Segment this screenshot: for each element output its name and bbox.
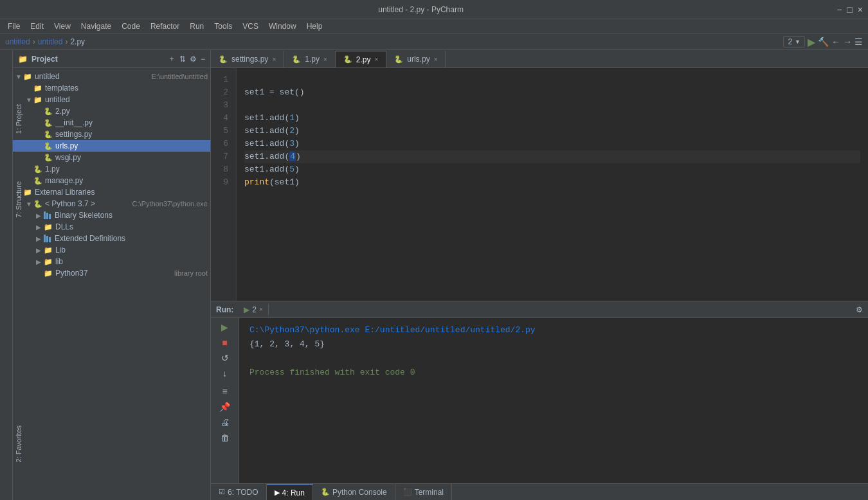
tree-item-name: Lib [55,246,208,254]
tree-item-ext-libs[interactable]: ▼📁External Libraries [13,186,210,198]
maximize-button[interactable]: □ [847,4,852,15]
tree-item-untitled-root[interactable]: ▼📁untitledE:\untitled\untitled [13,71,210,82]
tree-item-name: Binary Skeletons [55,211,208,220]
svg-rect-2 [49,214,51,219]
tree-item-name: urls.py [55,141,208,150]
breadcrumb-part-3[interactable]: 2.py [70,37,85,46]
run-number-dropdown[interactable]: 2 ▼ [783,36,805,48]
tree-item-2py[interactable]: 🐍2.py [13,105,210,117]
tree-item-lib-lower[interactable]: ▶📁lib [13,256,210,267]
run-output: C:\Python37\python.exe E:/untitled/untit… [239,318,868,483]
tree-arrow: ▶ [36,212,44,219]
menu-item-view[interactable]: View [49,21,76,32]
minimize-button[interactable]: − [836,4,842,15]
settings-gear-icon[interactable]: ⚙ [190,55,197,64]
run-tab[interactable]: ▶ 2 × [239,304,269,316]
menu-item-vcs[interactable]: VCS [237,21,264,32]
title-bar-text: untitled - 2.py - PyCharm [5,5,836,14]
build-icon[interactable]: 🔨 [818,37,829,47]
run-rerun-btn[interactable]: ↺ [219,352,231,364]
bottom-tab-run[interactable]: ▶ 4: Run [267,484,313,501]
tree-arrow: ▼ [26,96,33,103]
bottom-tab-python-console[interactable]: 🐍 Python Console [313,484,395,501]
menu-item-code[interactable]: Code [116,21,145,32]
tree-item-lib-cap[interactable]: ▶📁Lib [13,244,210,256]
tab-close-settings[interactable]: × [272,56,276,63]
run-stop-btn[interactable]: ■ [219,336,231,349]
run-trash-btn[interactable]: 🗑 [219,431,231,444]
bottom-tab-todo[interactable]: ☑ 6: TODO [211,484,267,501]
tree-item-python37-root[interactable]: 📁Python37library root [13,267,210,279]
menu-item-help[interactable]: Help [302,21,328,32]
run-pin-btn[interactable]: 📌 [219,400,231,413]
tab-settings[interactable]: 🐍 settings.py × [211,51,284,67]
favorites-label[interactable]: 2: Favorites [13,423,24,465]
settings-run-icon[interactable]: ⚙ [856,305,863,314]
sort-icon[interactable]: ⇅ [179,55,186,64]
line-number-1: 1 [211,73,232,86]
main-layout: 1: Project 7: Structure 2: Favorites 📁 P… [0,50,868,500]
tree-item-name: 2.py [55,107,208,116]
line-number-2: 2 [211,86,232,99]
line-numbers: 123456789 [211,68,237,301]
folder-icon: 📁 [18,55,28,64]
tab-close-2py[interactable]: × [374,56,378,63]
run-play-btn[interactable]: ▶ [219,321,231,334]
tab-close-1py[interactable]: × [323,56,327,63]
tree-item-settingspy[interactable]: 🐍settings.py [13,129,210,140]
close-button[interactable]: × [858,4,863,15]
tab-1py[interactable]: 🐍 1.py × [284,51,336,67]
run-output-line [249,352,858,366]
code-content[interactable]: set1 = set() set1.add(1)set1.add(2)set1.… [237,68,868,301]
run-button[interactable]: ▶ [808,36,815,48]
tree-item-name: External Libraries [35,188,208,197]
menu-item-window[interactable]: Window [264,21,302,32]
file-icon: 📁 [44,258,53,266]
collapse-icon[interactable]: − [201,55,205,64]
back-button[interactable]: ← [831,37,840,47]
bottom-tabs: ☑ 6: TODO ▶ 4: Run 🐍 Python Console ⬛ Te… [211,483,868,500]
tree-item-wsgipy[interactable]: 🐍wsgi.py [13,152,210,163]
tab-close-urls[interactable]: × [434,56,438,63]
tree-item-urlspy[interactable]: 🐍urls.py [13,140,210,152]
menu-icon[interactable]: ☰ [854,37,863,47]
run-tab-close-icon[interactable]: × [259,306,263,313]
menu-item-refactor[interactable]: Refactor [145,21,185,32]
run-scroll-down[interactable]: ↓ [219,367,231,380]
tree-item-ext-defs[interactable]: ▶Extended Definitions [13,233,210,244]
tree-item-name: < Python 3.7 > [45,199,130,208]
breadcrumb-part-2[interactable]: untitled [38,37,63,46]
file-icon: 🐍 [44,154,53,162]
add-icon[interactable]: ＋ [168,53,176,64]
forward-button[interactable]: → [843,37,852,47]
tree-item-python37[interactable]: ▼🐍< Python 3.7 >C:\Python37\python.exe [13,198,210,210]
tree-item-1py[interactable]: 🐍1.py [13,163,210,175]
svg-rect-4 [46,236,48,242]
tree-item-managepy[interactable]: 🐍manage.py [13,175,210,186]
title-bar: untitled - 2.py - PyCharm − □ × [0,0,868,19]
tree-item-untitled-sub[interactable]: ▼📁untitled [13,94,210,105]
menu-item-edit[interactable]: Edit [25,21,49,32]
project-label[interactable]: 1: Project [13,102,24,136]
tree-item-initpy[interactable]: 🐍__init__.py [13,117,210,129]
tab-2py[interactable]: 🐍 2.py × [336,51,387,67]
file-icon: 🐍 [44,142,53,150]
tree-item-dlls[interactable]: ▶📁DLLs [13,221,210,233]
tab-label-urls: urls.py [407,55,429,64]
tree-item-templates[interactable]: 📁templates [13,82,210,94]
tree-item-binary-skeletons[interactable]: ▶Binary Skeletons [13,210,210,221]
menu-item-file[interactable]: File [3,21,25,32]
run-sidebar: ▶ ■ ↺ ↓ ≡ 📌 🖨 🗑 [211,318,239,483]
run-print-btn[interactable]: 🖨 [219,416,231,429]
tab-urls[interactable]: 🐍 urls.py × [386,51,446,67]
breadcrumb-part-1[interactable]: untitled [5,37,30,46]
line-number-4: 4 [211,112,232,125]
bottom-tab-terminal[interactable]: ⬛ Terminal [395,484,452,501]
menu-item-run[interactable]: Run [185,21,209,32]
tree-arrow: ▶ [36,258,44,265]
file-icon: 🐍 [44,130,53,139]
structure-label[interactable]: 7: Structure [13,179,24,220]
run-wrap-btn[interactable]: ≡ [219,385,231,398]
menu-item-tools[interactable]: Tools [209,21,237,32]
menu-item-navigate[interactable]: Navigate [76,21,116,32]
